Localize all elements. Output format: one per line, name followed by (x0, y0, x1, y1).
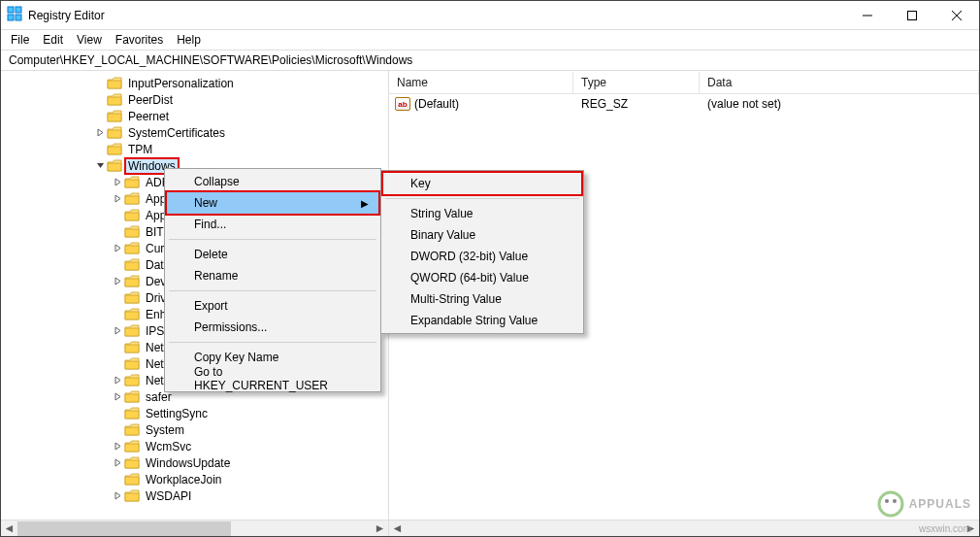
expand-icon[interactable] (111, 244, 124, 252)
values-pane: Name Type Data ab(Default)REG_SZ(value n… (389, 71, 979, 536)
tree-node[interactable]: SystemCertificates (1, 124, 388, 141)
folder-icon (124, 176, 140, 189)
submenu-item-binary-value[interactable]: Binary Value (383, 224, 581, 246)
svg-rect-0 (8, 7, 14, 13)
tree-node-label[interactable]: WcmSvc (144, 440, 193, 453)
expand-icon[interactable] (111, 491, 124, 500)
tree-node[interactable]: Peernet (1, 108, 388, 124)
expand-icon[interactable] (111, 392, 124, 401)
submenu-item-multi-string-value[interactable]: Multi-String Value (383, 288, 581, 310)
close-button[interactable] (934, 1, 979, 30)
context-item-go-to-hkey-current-user[interactable]: Go to HKEY_CURRENT_USER (167, 368, 378, 389)
context-menu[interactable]: CollapseNew▶Find...DeleteRenameExportPer… (164, 168, 381, 392)
svg-rect-3 (16, 15, 21, 20)
folder-icon (124, 275, 140, 288)
tree-node-label[interactable]: PeerDist (126, 93, 175, 107)
value-data: (value not set) (700, 97, 979, 111)
folder-icon (124, 423, 140, 437)
scroll-left-icon[interactable]: ◄ (389, 520, 406, 537)
tree-node[interactable]: InputPersonalization (1, 75, 388, 91)
svg-point-8 (879, 492, 902, 516)
values-list[interactable]: ab(Default)REG_SZ(value not set) (389, 94, 979, 114)
menu-help[interactable]: Help (171, 31, 207, 49)
folder-icon (124, 456, 140, 470)
folder-icon (124, 374, 140, 387)
expand-icon[interactable] (111, 194, 124, 203)
tree-scrollbar-horizontal[interactable]: ◄ ► (1, 520, 388, 536)
scroll-thumb[interactable] (17, 521, 231, 536)
expand-icon[interactable] (93, 128, 107, 137)
svg-rect-2 (8, 15, 14, 20)
tree-node[interactable]: PeerDist (1, 91, 388, 108)
folder-icon (107, 93, 122, 107)
tree-node-label[interactable]: WindowsUpdate (144, 456, 232, 470)
header-type[interactable]: Type (573, 72, 700, 93)
tree-node[interactable]: WcmSvc (1, 438, 388, 454)
tree-pane: InputPersonalizationPeerDistPeernetSyste… (1, 71, 389, 536)
submenu-item-expandable-string-value[interactable]: Expandable String Value (383, 310, 581, 331)
expand-icon[interactable] (111, 458, 124, 467)
folder-icon (124, 473, 140, 487)
tree-node[interactable]: WindowsUpdate (1, 454, 388, 471)
svg-rect-1 (16, 7, 21, 13)
folder-icon (124, 242, 140, 255)
tree-node-label[interactable]: TPM (126, 143, 154, 156)
submenu-item-dword-32-bit-value[interactable]: DWORD (32-bit) Value (383, 246, 581, 267)
tree-node-label[interactable]: SettingSync (144, 407, 210, 420)
context-item-find-[interactable]: Find... (167, 214, 378, 235)
watermark-logo: APPUALS (876, 489, 971, 519)
menu-favorites[interactable]: Favorites (110, 31, 169, 49)
context-item-permissions-[interactable]: Permissions... (167, 317, 378, 338)
address-input[interactable] (7, 52, 973, 68)
folder-icon (124, 489, 140, 503)
folder-icon (124, 258, 140, 272)
tree-node-label[interactable]: InputPersonalization (126, 77, 236, 90)
watermark-url: wsxwin.com (919, 523, 971, 534)
tree-node-label[interactable]: WorkplaceJoin (144, 473, 223, 487)
folder-icon (124, 357, 140, 371)
tree-node-label[interactable]: Peernet (126, 110, 171, 123)
values-header: Name Type Data (389, 71, 979, 94)
collapse-icon[interactable] (93, 161, 107, 170)
tree-node[interactable]: SettingSync (1, 405, 388, 421)
scroll-left-icon[interactable]: ◄ (1, 520, 17, 537)
list-scrollbar-horizontal[interactable]: ◄ ► (389, 520, 979, 536)
submenu-item-qword-64-bit-value[interactable]: QWORD (64-bit) Value (383, 267, 581, 288)
scroll-right-icon[interactable]: ► (372, 520, 388, 537)
folder-icon (124, 291, 140, 305)
tree-node-label[interactable]: WSDAPI (144, 489, 193, 503)
context-item-collapse[interactable]: Collapse (167, 171, 378, 192)
value-row[interactable]: ab(Default)REG_SZ(value not set) (389, 94, 979, 114)
expand-icon[interactable] (111, 277, 124, 285)
tree-node[interactable]: WorkplaceJoin (1, 471, 388, 487)
watermark-text: APPUALS (909, 497, 971, 511)
tree-node[interactable]: TPM (1, 141, 388, 157)
context-item-new[interactable]: New▶ (167, 192, 378, 214)
folder-icon (124, 440, 140, 453)
folder-icon (107, 159, 122, 173)
tree-node[interactable]: System (1, 421, 388, 438)
expand-icon[interactable] (111, 326, 124, 335)
content-area: InputPersonalizationPeerDistPeernetSyste… (1, 71, 979, 536)
context-item-export[interactable]: Export (167, 295, 378, 317)
header-name[interactable]: Name (389, 72, 573, 93)
maximize-button[interactable] (890, 1, 934, 30)
expand-icon[interactable] (111, 178, 124, 186)
tree-node[interactable]: WSDAPI (1, 487, 388, 504)
tree-node-label[interactable]: SystemCertificates (126, 126, 227, 140)
menu-view[interactable]: View (71, 31, 108, 49)
context-item-delete[interactable]: Delete (167, 244, 378, 265)
context-submenu-new[interactable]: KeyString ValueBinary ValueDWORD (32-bit… (380, 170, 584, 334)
context-item-rename[interactable]: Rename (167, 265, 378, 286)
expand-icon[interactable] (111, 376, 124, 385)
tree-node-label[interactable]: System (144, 423, 186, 437)
menu-separator (169, 239, 376, 240)
submenu-item-string-value[interactable]: String Value (383, 203, 581, 224)
menu-edit[interactable]: Edit (37, 31, 69, 49)
minimize-button[interactable] (845, 1, 890, 30)
submenu-item-key[interactable]: Key (383, 173, 581, 194)
expand-icon[interactable] (111, 442, 124, 451)
addressbar (1, 50, 979, 71)
header-data[interactable]: Data (700, 72, 979, 93)
menu-file[interactable]: File (5, 31, 35, 49)
